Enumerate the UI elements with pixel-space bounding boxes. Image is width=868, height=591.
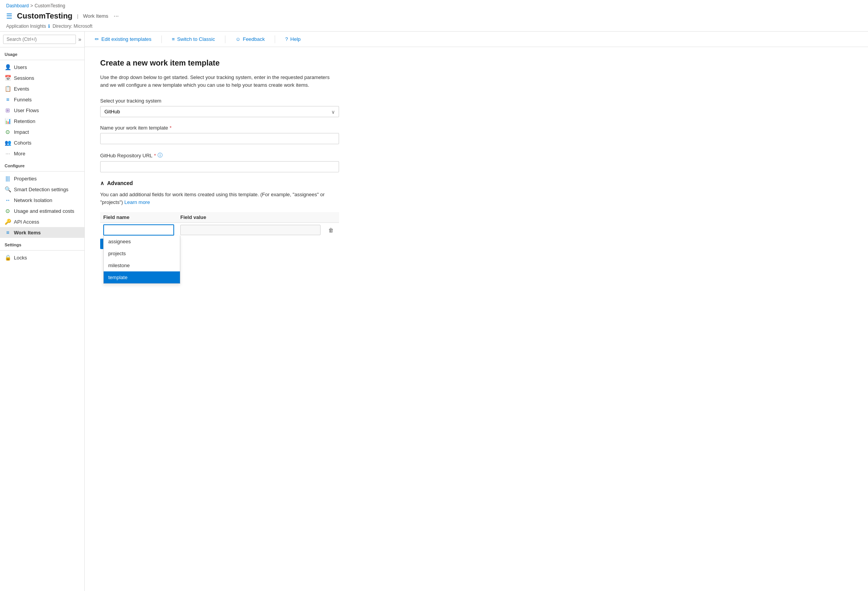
sidebar-item-impact[interactable]: ⊙ Impact (0, 126, 84, 137)
edit-templates-button[interactable]: ✏ Edit existing templates (92, 35, 154, 44)
sidebar-item-users[interactable]: 👤 Users (0, 62, 84, 72)
sidebar-item-sessions[interactable]: 📅 Sessions (0, 72, 84, 83)
sidebar-item-smart-detection-label: Smart Detection settings (14, 187, 69, 192)
sub-label: Application Insights (6, 24, 46, 29)
collapse-sidebar-button[interactable]: » (78, 36, 81, 42)
sidebar-item-work-items[interactable]: ≡ Work Items (0, 227, 84, 238)
feedback-icon: ☺ (235, 36, 240, 42)
sidebar-item-smart-detection[interactable]: 🔍 Smart Detection settings (0, 184, 84, 195)
switch-classic-button[interactable]: ≡ Switch to Classic (170, 35, 217, 44)
breadcrumb: Dashboard > CustomTesting (6, 3, 862, 8)
ellipsis-button[interactable]: ··· (111, 12, 121, 20)
sidebar-item-more-label: More (14, 151, 25, 157)
sessions-icon: 📅 (5, 75, 11, 81)
menu-icon: ☰ (6, 12, 12, 20)
feedback-button[interactable]: ☺ Feedback (233, 35, 267, 44)
sidebar-item-funnels-label: Funnels (14, 97, 32, 103)
autocomplete-item-assignees[interactable]: assignees (104, 236, 180, 248)
sidebar-item-user-flows-label: User Flows (14, 108, 39, 113)
autocomplete-item-milestone[interactable]: milestone (104, 259, 180, 271)
info-icon: ℹ (48, 24, 50, 29)
name-required-indicator: * (170, 125, 171, 131)
switch-classic-label: Switch to Classic (177, 36, 215, 42)
help-icon: ? (285, 36, 288, 42)
events-icon: 📋 (5, 86, 11, 92)
sidebar-item-locks-label: Locks (14, 255, 27, 261)
name-template-section: Name your work item template * (100, 125, 339, 144)
autocomplete-item-template[interactable]: template (104, 271, 180, 283)
fields-table: Field name Field value assignees (100, 212, 339, 237)
sidebar-item-work-items-label: Work Items (14, 230, 41, 236)
advanced-header[interactable]: ∧ Advanced (100, 180, 339, 186)
sidebar-item-properties[interactable]: ||| Properties (0, 173, 84, 184)
work-items-icon: ≡ (5, 229, 11, 236)
name-template-input[interactable] (100, 133, 339, 144)
sidebar-item-sessions-label: Sessions (14, 75, 34, 81)
page-resource-name: CustomTesting (17, 12, 72, 20)
field-name-input[interactable] (103, 224, 174, 236)
sidebar-item-funnels[interactable]: ≡ Funnels (0, 94, 84, 105)
cohorts-icon: 👥 (5, 140, 11, 146)
content-desc: Use the drop down below to get started. … (100, 74, 339, 89)
breadcrumb-sep: > (30, 3, 33, 8)
github-url-info-icon[interactable]: ⓘ (158, 152, 163, 159)
learn-more-link[interactable]: Learn more (124, 199, 150, 205)
toolbar-sep-1 (161, 35, 162, 43)
sidebar-item-api-access-label: API Access (14, 219, 39, 225)
tracking-system-section: Select your tracking system GitHub Azure… (100, 98, 339, 117)
sidebar-item-locks[interactable]: 🔒 Locks (0, 252, 84, 263)
properties-icon: ||| (5, 175, 11, 182)
sidebar-item-more[interactable]: ··· More (0, 148, 84, 159)
field-value-header: Field value (177, 212, 324, 223)
divider-usage (0, 60, 84, 60)
toolbar: ✏ Edit existing templates ≡ Switch to Cl… (85, 32, 868, 47)
sidebar-item-user-flows[interactable]: ⊞ User Flows (0, 105, 84, 116)
sidebar-item-usage-costs[interactable]: ⊙ Usage and estimated costs (0, 205, 84, 216)
name-template-label: Name your work item template * (100, 125, 339, 131)
main-layout: » Usage 👤 Users 📅 Sessions 📋 Events ≡ Fu… (0, 32, 868, 591)
usage-section-label: Usage (0, 47, 84, 58)
configure-section-label: Configure (0, 159, 84, 170)
toolbar-sep-3 (275, 35, 275, 43)
breadcrumb-dashboard[interactable]: Dashboard (6, 3, 29, 8)
autocomplete-item-projects[interactable]: projects (104, 248, 180, 259)
sidebar-item-api-access[interactable]: 🔑 API Access (0, 216, 84, 227)
delete-row-button[interactable]: 🗑 (327, 226, 335, 235)
search-input[interactable] (3, 35, 76, 44)
divider-settings (0, 250, 84, 251)
help-label: Help (290, 36, 301, 42)
github-url-input[interactable] (100, 161, 339, 172)
github-url-label: GitHub Repository URL * ⓘ (100, 152, 339, 159)
field-value-input[interactable] (180, 225, 321, 235)
sidebar-item-impact-label: Impact (14, 129, 29, 135)
breadcrumb-current: CustomTesting (35, 3, 65, 8)
edit-templates-icon: ✏ (95, 36, 99, 42)
page-header: ☰ CustomTesting | Work Items ··· (6, 10, 862, 24)
page-title-sep: | (77, 13, 78, 19)
content-title: Create a new work item template (100, 59, 853, 67)
api-access-icon: 🔑 (5, 219, 11, 225)
github-url-required-indicator: * (154, 153, 156, 158)
delete-cell: 🗑 (324, 223, 339, 237)
field-name-cell: assignees projects milestone template (100, 223, 177, 237)
sidebar-item-events-label: Events (14, 86, 29, 92)
sidebar-item-cohorts[interactable]: 👥 Cohorts (0, 137, 84, 148)
sidebar-item-cohorts-label: Cohorts (14, 140, 32, 146)
field-value-cell (177, 223, 324, 237)
tracking-system-select[interactable]: GitHub Azure DevOps Jira (100, 106, 339, 117)
right-panel: ✏ Edit existing templates ≡ Switch to Cl… (85, 32, 868, 591)
sub-info: Application Insights ℹ Directory: Micros… (6, 24, 862, 31)
top-bar: Dashboard > CustomTesting ☰ CustomTestin… (0, 0, 868, 32)
field-name-header: Field name (100, 212, 177, 223)
smart-detection-icon: 🔍 (5, 186, 11, 192)
locks-icon: 🔒 (5, 254, 11, 261)
users-icon: 👤 (5, 64, 11, 70)
help-button[interactable]: ? Help (283, 35, 303, 44)
advanced-chevron-icon: ∧ (100, 180, 104, 186)
feedback-label: Feedback (243, 36, 265, 42)
sidebar-item-retention[interactable]: 📊 Retention (0, 116, 84, 126)
toolbar-sep-2 (225, 35, 225, 43)
sidebar-item-events[interactable]: 📋 Events (0, 83, 84, 94)
sidebar-item-properties-label: Properties (14, 176, 37, 182)
sidebar-item-network-isolation[interactable]: ↔ Network Isolation (0, 195, 84, 205)
